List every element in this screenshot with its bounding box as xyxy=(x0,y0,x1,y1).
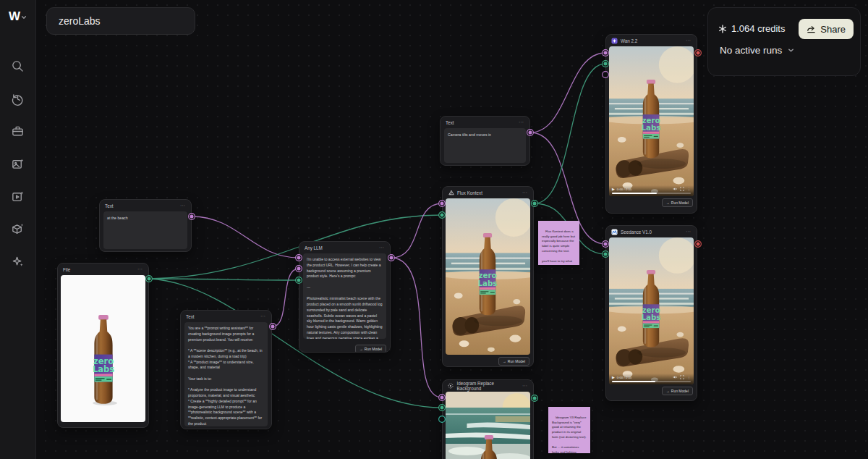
product-image[interactable] xyxy=(61,275,145,422)
wire-flux-to-wan[interactable] xyxy=(535,64,605,203)
port-llm-input-image[interactable] xyxy=(297,279,301,282)
node-menu-icon[interactable]: ⋯ xyxy=(137,266,143,272)
run-model-button[interactable]: → Run Model xyxy=(662,198,693,207)
port-text-scene-output[interactable] xyxy=(190,215,194,219)
generated-video[interactable]: ▶ 0:00 / 0:05 ⋮ xyxy=(609,237,694,384)
node-wan[interactable]: Wan 2.2 ⋯ ▶ 0:00 / 0:05 ⋮ xyxy=(605,34,697,214)
generated-video[interactable]: ▶ 0:00 / 0:05 ⋮ xyxy=(609,46,694,196)
flow-title-pill[interactable]: zeroLabs xyxy=(46,7,195,35)
port-seedance-output-video[interactable] xyxy=(697,243,700,246)
play-button[interactable]: ▶ xyxy=(612,187,615,191)
node-file[interactable]: File ⋯ xyxy=(57,263,149,428)
port-seedance-input-prompt[interactable] xyxy=(604,243,608,246)
sticky-note-flux[interactable]: Flux Kontext does a really good job here… xyxy=(538,221,579,265)
generated-image[interactable] xyxy=(446,392,530,459)
video-menu-icon[interactable]: ⋮ xyxy=(687,187,691,191)
node-menu-icon[interactable]: ⋯ xyxy=(686,38,692,43)
run-label: Run Model xyxy=(671,389,689,393)
node-menu-icon[interactable]: ⋯ xyxy=(379,245,385,250)
sticky-note-ideogram[interactable]: Ideogram V3 Replace Background is *very*… xyxy=(548,407,590,453)
port-wan-input-image[interactable] xyxy=(604,62,608,66)
video-progress-bar[interactable] xyxy=(612,193,691,194)
port-ideogram-input-prompt[interactable] xyxy=(441,396,444,400)
text-input[interactable]: Camera tilts and moves in xyxy=(444,128,526,163)
node-header[interactable]: Any LLM ⋯ xyxy=(299,242,390,253)
wire-file-to-llm[interactable] xyxy=(149,279,299,280)
port-flux-input-prompt[interactable] xyxy=(441,202,444,206)
port-file-output[interactable] xyxy=(148,277,151,281)
node-menu-icon[interactable]: ⋯ xyxy=(686,229,692,235)
node-title: Ideogram Replace Background xyxy=(457,381,516,391)
port-ideogram-input-mask[interactable] xyxy=(441,418,444,421)
video-generate-icon[interactable] xyxy=(10,189,25,204)
node-header[interactable]: Text ⋯ xyxy=(441,117,529,128)
node-header[interactable]: Ideogram Replace Background ⋯ xyxy=(443,380,533,392)
port-ideogram-output[interactable] xyxy=(533,397,537,400)
wire-llm-to-ideogram[interactable] xyxy=(391,258,442,397)
port-text-system-output[interactable] xyxy=(271,325,275,329)
node-header[interactable]: Seedance V1.0 ⋯ xyxy=(606,226,697,237)
port-wan-input-extra[interactable] xyxy=(604,73,608,77)
node-title: Text xyxy=(446,120,454,125)
port-llm-input-system[interactable] xyxy=(297,267,301,271)
node-flux-kontext[interactable]: Flux Kontext ⋯ → Run Model xyxy=(442,186,534,367)
node-header[interactable]: File ⋯ xyxy=(58,264,148,275)
port-flux-input-image[interactable] xyxy=(441,214,444,217)
node-text-scene[interactable]: Text ⋯ at the beach xyxy=(99,199,192,252)
node-any-llm[interactable]: Any LLM ⋯ I'm unable to access external … xyxy=(299,241,391,353)
wire-camera-to-wan[interactable] xyxy=(530,53,605,132)
port-flux-output[interactable] xyxy=(533,202,537,206)
wire-scene-to-llm[interactable] xyxy=(192,216,299,258)
node-seedance[interactable]: Seedance V1.0 ⋯ ▶ 0:00 / 0:05 ⋮ xyxy=(605,225,697,401)
text-input[interactable]: You are a **prompt writing assistant** f… xyxy=(184,322,268,426)
node-header[interactable]: Text ⋯ xyxy=(181,311,271,322)
wire-system-to-llm[interactable] xyxy=(273,269,299,327)
port-ideogram-input-image[interactable] xyxy=(441,406,444,410)
node-header[interactable]: Wan 2.2 ⋯ xyxy=(606,35,697,46)
canvas[interactable]: zero Labs xyxy=(0,0,868,459)
node-header[interactable]: Flux Kontext ⋯ xyxy=(443,187,533,198)
run-model-button[interactable]: → Run Model xyxy=(662,387,693,395)
port-seedance-input-image[interactable] xyxy=(604,253,608,256)
port-wan-output-video[interactable] xyxy=(697,51,700,55)
port-wan-input-prompt[interactable] xyxy=(604,51,608,55)
wire-llm-to-flux[interactable] xyxy=(391,203,442,258)
image-generate-icon[interactable] xyxy=(10,156,25,172)
video-progress-bar[interactable] xyxy=(612,381,691,382)
node-text-system[interactable]: Text ⋯ You are a **prompt writing assist… xyxy=(180,310,272,429)
video-controls: ▶ 0:00 / 0:05 ⋮ xyxy=(609,185,694,196)
node-menu-icon[interactable]: ⋯ xyxy=(522,190,528,195)
port-llm-input-prompt[interactable] xyxy=(297,256,301,260)
ai-sparkle-icon[interactable] xyxy=(10,254,25,269)
port-text-camera-output[interactable] xyxy=(529,131,532,135)
text-input[interactable]: at the beach xyxy=(103,211,187,249)
node-title: Text xyxy=(105,203,114,209)
active-runs-dropdown[interactable]: No active runs xyxy=(720,45,794,56)
llm-output-text[interactable]: I'm unable to access external websites t… xyxy=(303,253,386,339)
3d-generate-icon[interactable] xyxy=(10,222,25,237)
mute-icon[interactable] xyxy=(673,187,677,191)
share-button[interactable]: Share xyxy=(799,19,854,39)
flow-title: zeroLabs xyxy=(59,15,101,27)
run-model-button[interactable]: → Run Model xyxy=(355,345,386,353)
node-menu-icon[interactable]: ⋯ xyxy=(180,203,186,209)
mute-icon[interactable] xyxy=(673,375,677,379)
port-llm-output[interactable] xyxy=(390,256,393,260)
node-text-camera[interactable]: Text ⋯ Camera tilts and moves in xyxy=(440,116,530,166)
node-menu-icon[interactable]: ⋯ xyxy=(519,119,524,125)
node-menu-icon[interactable]: ⋯ xyxy=(260,313,266,319)
toolbox-icon[interactable] xyxy=(10,124,25,139)
search-icon[interactable] xyxy=(10,59,25,74)
fullscreen-icon[interactable] xyxy=(680,375,684,379)
node-menu-icon[interactable]: ⋯ xyxy=(522,383,528,389)
node-header[interactable]: Text ⋯ xyxy=(100,200,191,211)
play-button[interactable]: ▶ xyxy=(612,375,615,379)
workspace-menu[interactable]: W xyxy=(9,9,27,24)
generated-image[interactable] xyxy=(446,198,530,355)
node-title: File xyxy=(63,267,70,272)
node-ideogram[interactable]: Ideogram Replace Background ⋯ xyxy=(442,379,534,459)
fullscreen-icon[interactable] xyxy=(680,187,684,191)
history-icon[interactable] xyxy=(10,91,25,106)
run-model-button[interactable]: → Run Model xyxy=(498,357,529,366)
video-menu-icon[interactable]: ⋮ xyxy=(687,375,691,379)
